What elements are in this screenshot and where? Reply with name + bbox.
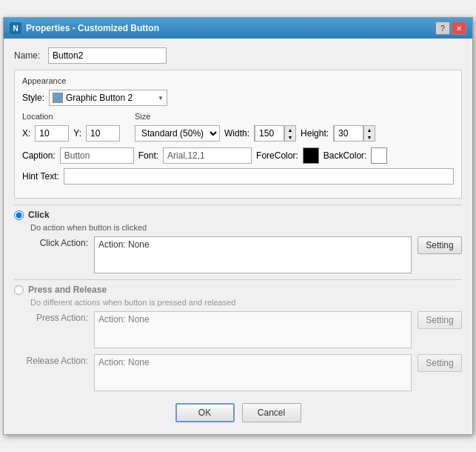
click-sub-label: Do action when button is clicked bbox=[30, 223, 462, 232]
forecolor-label: ForeColor: bbox=[256, 150, 298, 161]
style-color-preview bbox=[53, 93, 63, 103]
size-select[interactable]: Standard (50%) bbox=[135, 125, 220, 142]
name-label: Name: bbox=[14, 50, 44, 61]
style-label: Style: bbox=[22, 93, 44, 103]
close-button[interactable]: ✕ bbox=[452, 21, 466, 35]
dropdown-arrow-icon: ▼ bbox=[158, 95, 164, 102]
size-group: Size Standard (50%) Width: ▲ ▼ bbox=[135, 112, 375, 142]
release-action-textarea[interactable]: Action: None bbox=[94, 354, 412, 391]
press-sub-label: Do different actions when button is pres… bbox=[30, 298, 462, 307]
click-radio[interactable] bbox=[14, 210, 24, 220]
location-title: Location bbox=[22, 112, 120, 121]
height-input[interactable] bbox=[334, 125, 363, 142]
release-action-row: Release Action: Action: None Setting bbox=[21, 354, 462, 391]
divider-2 bbox=[14, 279, 462, 280]
x-input[interactable] bbox=[35, 125, 69, 142]
release-action-label: Release Action: bbox=[21, 354, 88, 366]
click-action-label: Click Action: bbox=[21, 236, 88, 248]
click-action-row: Click Action: Action: None Setting bbox=[21, 236, 462, 273]
bottom-buttons: OK Cancel bbox=[14, 397, 462, 425]
press-radio-label: Press and Release bbox=[28, 285, 107, 295]
height-spin-buttons: ▲ ▼ bbox=[363, 126, 375, 141]
click-section: Click Do action when button is clicked C… bbox=[14, 210, 462, 273]
backcolor-label: BackColor: bbox=[324, 150, 367, 161]
name-row: Name: bbox=[14, 47, 462, 64]
caption-label: Caption: bbox=[22, 150, 56, 161]
appearance-title: Appearance bbox=[22, 76, 454, 85]
width-spin-buttons: ▲ ▼ bbox=[284, 126, 295, 141]
height-up-button[interactable]: ▲ bbox=[364, 126, 375, 133]
properties-dialog: N Properties - Customized Button ? ✕ Nam… bbox=[3, 17, 473, 435]
width-spin: ▲ ▼ bbox=[254, 125, 296, 142]
press-radio-row: Press and Release bbox=[14, 285, 462, 295]
width-input[interactable] bbox=[255, 125, 284, 142]
name-input[interactable] bbox=[48, 47, 167, 64]
style-dropdown[interactable]: Graphic Button 2 ▼ bbox=[49, 90, 167, 106]
press-action-row: Press Action: Action: None Setting bbox=[21, 311, 462, 348]
app-icon: N bbox=[10, 22, 21, 34]
title-buttons: ? ✕ bbox=[435, 21, 466, 35]
click-action-textarea[interactable]: Action: None bbox=[94, 236, 412, 273]
press-action-textarea[interactable]: Action: None bbox=[94, 311, 412, 348]
press-release-section: Press and Release Do different actions w… bbox=[14, 285, 462, 391]
width-up-button[interactable]: ▲ bbox=[285, 126, 295, 133]
forecolor-box[interactable] bbox=[303, 147, 319, 164]
location-group: Location X: Y: bbox=[22, 112, 120, 142]
style-row: Style: Graphic Button 2 ▼ bbox=[22, 90, 454, 106]
cancel-button[interactable]: Cancel bbox=[242, 403, 301, 422]
x-label: X: bbox=[22, 128, 30, 139]
press-setting-button[interactable]: Setting bbox=[418, 311, 462, 329]
appearance-group: Appearance Style: Graphic Button 2 ▼ Loc… bbox=[14, 70, 462, 199]
height-down-button[interactable]: ▼ bbox=[364, 133, 375, 141]
height-label: Height: bbox=[301, 128, 329, 139]
y-input[interactable] bbox=[86, 125, 120, 142]
hint-label: Hint Text: bbox=[22, 171, 59, 182]
divider-1 bbox=[14, 205, 462, 205]
ok-button[interactable]: OK bbox=[175, 403, 235, 422]
location-size-row: Location X: Y: Size Standard (50%) bbox=[22, 112, 454, 142]
click-setting-button[interactable]: Setting bbox=[418, 236, 462, 254]
backcolor-box[interactable] bbox=[371, 147, 387, 164]
click-radio-row: Click bbox=[14, 210, 462, 220]
width-down-button[interactable]: ▼ bbox=[285, 133, 295, 141]
font-input[interactable] bbox=[163, 147, 252, 164]
title-bar-left: N Properties - Customized Button bbox=[10, 22, 159, 34]
width-label: Width: bbox=[224, 128, 249, 139]
click-radio-label: Click bbox=[28, 210, 50, 220]
hint-row: Hint Text: bbox=[22, 168, 454, 185]
dialog-body: Name: Appearance Style: Graphic Button 2… bbox=[4, 39, 472, 434]
caption-input[interactable] bbox=[60, 147, 134, 164]
font-label: Font: bbox=[138, 150, 158, 161]
press-action-label: Press Action: bbox=[21, 311, 88, 323]
help-button[interactable]: ? bbox=[435, 21, 450, 35]
hint-input[interactable] bbox=[64, 168, 454, 185]
y-label: Y: bbox=[73, 128, 81, 139]
loc-row: X: Y: bbox=[22, 125, 120, 142]
caption-font-row: Caption: Font: ForeColor: BackColor: bbox=[22, 147, 454, 164]
dialog-title: Properties - Customized Button bbox=[26, 23, 159, 33]
size-row-inner: Standard (50%) Width: ▲ ▼ Height: bbox=[135, 125, 375, 142]
size-title: Size bbox=[135, 112, 375, 121]
press-radio[interactable] bbox=[14, 285, 24, 295]
height-spin: ▲ ▼ bbox=[333, 125, 375, 142]
style-value: Graphic Button 2 bbox=[66, 93, 155, 103]
release-setting-button[interactable]: Setting bbox=[418, 354, 462, 372]
title-bar: N Properties - Customized Button ? ✕ bbox=[4, 18, 472, 39]
